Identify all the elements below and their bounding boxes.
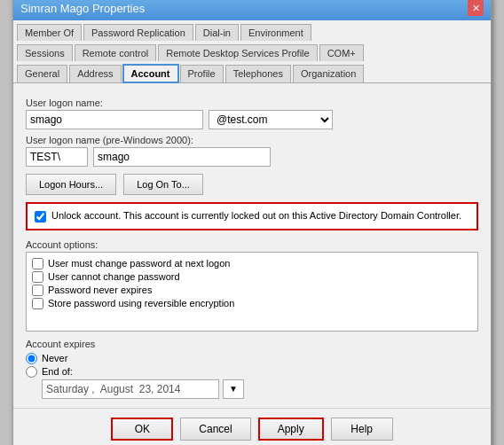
option-must-change-password-checkbox[interactable] bbox=[32, 258, 43, 269]
option-reversible-encryption: Store password using reversible encrypti… bbox=[32, 298, 472, 309]
account-options-list: User must change password at next logon … bbox=[26, 252, 478, 332]
unlock-text: Unlock account. This account is currentl… bbox=[51, 209, 461, 222]
logon-to-button[interactable]: Log On To... bbox=[123, 174, 203, 195]
account-options-label: Account options: bbox=[26, 239, 478, 250]
pre2000-label: User logon name (pre-Windows 2000): bbox=[26, 135, 478, 145]
tab-profile[interactable]: Profile bbox=[180, 65, 224, 82]
tab-row-3: General Address Account Profile Telephon… bbox=[17, 61, 487, 82]
option-password-never-expires: Password never expires bbox=[32, 285, 472, 296]
domain-select[interactable]: @test.com bbox=[209, 110, 333, 129]
date-field-row: ▼ bbox=[42, 379, 478, 399]
tab-remote-control[interactable]: Remote control bbox=[75, 44, 157, 61]
logon-buttons-row: Logon Hours... Log On To... bbox=[26, 174, 478, 195]
account-expires-section: Account expires Never End of: ▼ bbox=[26, 339, 478, 399]
tab-member-of[interactable]: Member Of bbox=[17, 24, 82, 41]
tab-dial-in[interactable]: Dial-in bbox=[195, 24, 239, 41]
tab-general[interactable]: General bbox=[17, 65, 67, 82]
endof-label: End of: bbox=[42, 366, 73, 377]
option-cannot-change-password-label: User cannot change password bbox=[48, 271, 180, 282]
tab-row-2: Sessions Remote control Remote Desktop S… bbox=[17, 41, 487, 61]
tab-address[interactable]: Address bbox=[69, 65, 121, 82]
never-radio-row: Never bbox=[26, 353, 478, 364]
tab-row-1: Member Of Password Replication Dial-in E… bbox=[17, 20, 487, 41]
date-input[interactable] bbox=[42, 379, 219, 399]
close-button[interactable]: ✕ bbox=[468, 0, 484, 16]
tab-sessions[interactable]: Sessions bbox=[17, 44, 73, 61]
tab-organization[interactable]: Organization bbox=[293, 65, 364, 82]
unlock-checkbox[interactable] bbox=[35, 211, 46, 222]
tab-com-plus[interactable]: COM+ bbox=[319, 44, 364, 61]
date-picker-button[interactable]: ▼ bbox=[223, 379, 244, 399]
option-must-change-password-label: User must change password at next logon bbox=[48, 258, 230, 269]
option-password-never-expires-label: Password never expires bbox=[48, 285, 152, 295]
expires-label: Account expires bbox=[26, 339, 478, 349]
option-must-change-password: User must change password at next logon bbox=[32, 258, 472, 269]
cancel-button[interactable]: Cancel bbox=[180, 418, 250, 441]
logon-name-input[interactable] bbox=[26, 110, 203, 129]
tabs-container: Member Of Password Replication Dial-in E… bbox=[13, 20, 491, 83]
never-radio[interactable] bbox=[26, 353, 37, 364]
logon-name-label: User logon name: bbox=[26, 98, 478, 108]
option-cannot-change-password-checkbox[interactable] bbox=[32, 271, 43, 283]
tab-account[interactable]: Account bbox=[123, 65, 178, 82]
option-reversible-encryption-checkbox[interactable] bbox=[32, 298, 43, 309]
tab-environment[interactable]: Environment bbox=[240, 24, 311, 41]
option-password-never-expires-checkbox[interactable] bbox=[32, 285, 43, 296]
footer: OK Cancel Apply Help bbox=[13, 408, 491, 445]
tab-password-replication[interactable]: Password Replication bbox=[83, 24, 193, 41]
pre2000-row bbox=[26, 147, 478, 167]
window-title: Simran Mago Properties bbox=[20, 2, 145, 15]
pre2000-prefix-input[interactable] bbox=[26, 147, 88, 167]
logon-name-row: @test.com bbox=[26, 110, 478, 129]
properties-window: Simran Mago Properties ✕ Member Of Passw… bbox=[12, 0, 492, 445]
tab-content: User logon name: @test.com User logon na… bbox=[13, 83, 491, 407]
option-reversible-encryption-label: Store password using reversible encrypti… bbox=[48, 298, 234, 308]
title-bar: Simran Mago Properties ✕ bbox=[13, 0, 491, 20]
apply-button[interactable]: Apply bbox=[258, 418, 324, 441]
never-label: Never bbox=[42, 353, 67, 363]
pre2000-name-input[interactable] bbox=[93, 147, 271, 167]
endof-radio[interactable] bbox=[26, 366, 37, 378]
tab-telephones[interactable]: Telephones bbox=[225, 65, 291, 82]
logon-hours-button[interactable]: Logon Hours... bbox=[26, 174, 116, 195]
ok-button[interactable]: OK bbox=[111, 418, 173, 441]
unlock-box: Unlock account. This account is currentl… bbox=[26, 202, 478, 230]
option-cannot-change-password: User cannot change password bbox=[32, 271, 472, 283]
help-button[interactable]: Help bbox=[331, 418, 393, 441]
tab-remote-desktop[interactable]: Remote Desktop Services Profile bbox=[158, 44, 317, 61]
endof-radio-row: End of: bbox=[26, 366, 478, 378]
